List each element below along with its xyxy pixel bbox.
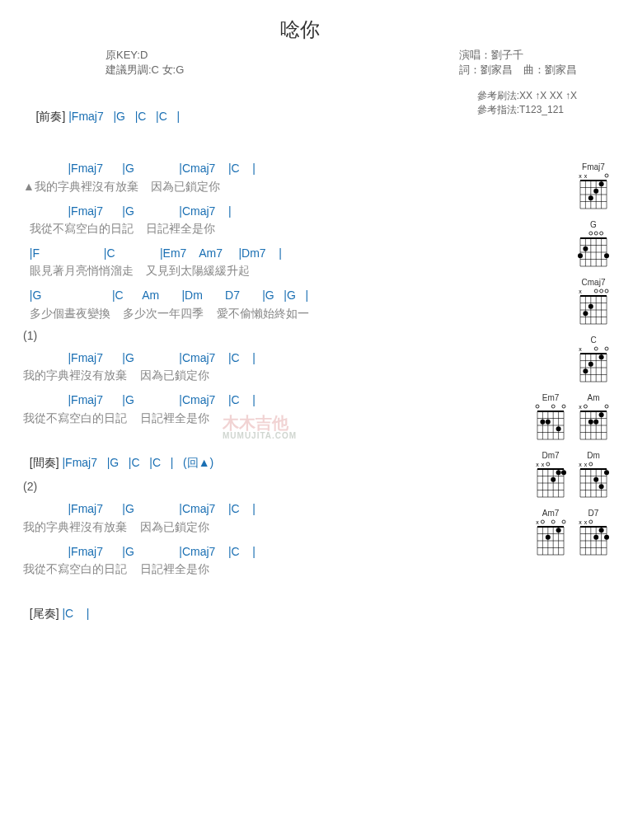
svg-point-69: [583, 368, 588, 373]
svg-point-34: [583, 246, 588, 251]
svg-point-160: [546, 535, 551, 540]
section-marker-1: (1): [23, 329, 511, 342]
lyric-line: 我的字典裡沒有放棄 因為已鎖定你: [23, 519, 511, 536]
svg-point-18: [589, 232, 593, 235]
credits-line: 詞：劉家昌 曲：劉家昌: [459, 63, 577, 77]
svg-point-70: [588, 362, 593, 367]
lyric-line: ▲我的字典裡沒有放棄 因為已鎖定你: [23, 178, 511, 195]
chord-diagram-cmaj7: Cmaj7x: [577, 278, 610, 327]
chord-diagram-dm7: Dm7xx: [534, 451, 567, 500]
lyric-line: 我的字典裡沒有放棄 因為已鎖定你: [23, 367, 511, 384]
song-title: 唸你: [0, 16, 610, 43]
chord-diagram-am7: Am7x: [534, 509, 567, 558]
svg-point-128: [589, 462, 593, 466]
svg-point-141: [593, 477, 598, 482]
singer-line: 演唱：劉子千: [459, 48, 577, 63]
lyric-line: 我從不寫空白的日記 日記裡全是你: [23, 561, 511, 578]
lyric-line: 眼見著月亮悄悄溜走 又見到太陽緩緩升起: [23, 262, 511, 279]
svg-point-52: [583, 311, 588, 316]
outro-tag: [尾奏]: [30, 607, 59, 620]
svg-text:x: x: [579, 404, 582, 410]
svg-point-56: [605, 347, 608, 350]
svg-point-110: [546, 462, 550, 466]
svg-point-107: [599, 412, 604, 417]
svg-point-35: [604, 253, 609, 258]
svg-text:x: x: [584, 519, 588, 525]
svg-point-142: [599, 484, 604, 489]
svg-point-38: [600, 289, 603, 293]
svg-point-37: [594, 289, 598, 293]
svg-point-72: [536, 405, 539, 408]
svg-text:x: x: [579, 173, 582, 179]
svg-point-89: [556, 426, 561, 431]
svg-point-92: [605, 405, 608, 408]
svg-point-146: [551, 520, 555, 523]
chord-diagram-em7: Em7: [534, 393, 567, 443]
svg-point-105: [588, 420, 593, 425]
svg-point-55: [594, 347, 598, 350]
svg-text:x: x: [542, 462, 545, 467]
chord-diagram-dm: Dmxx: [577, 451, 610, 500]
svg-point-39: [605, 289, 608, 293]
interlude-tag: [間奏]: [30, 456, 59, 469]
svg-point-87: [540, 420, 545, 425]
lyric-line: 我從不寫空白的日記 日記裡全是你: [23, 220, 511, 237]
section-marker-2: (2): [23, 480, 511, 493]
chord-diagram-fmaj7: Fmaj7xx: [577, 162, 610, 212]
chord-diagram-c: Cx: [577, 336, 610, 385]
chord-diagrams: Fmaj7xxGCmaj7xCxEm7AmxDm7xxDmxxAm7xD7xx: [511, 162, 610, 566]
svg-point-177: [593, 535, 598, 540]
svg-point-20: [600, 232, 603, 235]
chord-diagram-am: Amx: [577, 393, 610, 443]
svg-point-125: [561, 470, 566, 475]
svg-point-16: [593, 189, 598, 194]
svg-point-33: [578, 253, 583, 258]
header-meta: 原KEY:D 建議男調:C 女:G 演唱：劉子千 詞：劉家昌 曲：劉家昌: [23, 48, 610, 77]
original-key: 原KEY:D: [106, 48, 184, 63]
intro-line: [前奏] |Fmaj7 |G |C |C |: [23, 89, 180, 144]
svg-point-15: [588, 195, 593, 200]
chord-diagram-d7: D7xx: [577, 509, 610, 558]
svg-point-53: [588, 304, 593, 309]
lyric-line: 多少個晝夜變換 多少次一年四季 愛不偷懶始終如一: [23, 305, 511, 322]
svg-point-19: [594, 232, 598, 235]
svg-point-179: [604, 535, 609, 540]
suggested-key: 建議男調:C 女:G: [106, 63, 184, 77]
lyric-line: 我從不寫空白的日記 日記裡全是你: [23, 410, 511, 427]
svg-text:x: x: [584, 173, 588, 179]
svg-point-178: [599, 528, 604, 533]
chord-sheet: |Fmaj7 |G |Cmaj7 |C | ▲我的字典裡沒有放棄 因為已鎖定你 …: [23, 159, 511, 623]
svg-point-123: [551, 477, 556, 482]
svg-point-71: [599, 354, 604, 359]
svg-point-124: [556, 470, 561, 475]
svg-point-74: [562, 405, 565, 408]
reference-patterns: 參考刷法:XX ↑X XX ↑X 參考指法:T123_121: [477, 89, 610, 144]
svg-text:x: x: [536, 462, 539, 467]
svg-text:x: x: [579, 519, 582, 525]
chord-diagram-g: G: [577, 220, 610, 270]
svg-point-147: [562, 520, 565, 523]
svg-point-2: [605, 174, 608, 177]
svg-point-145: [541, 520, 544, 523]
svg-text:x: x: [584, 462, 588, 467]
svg-text:x: x: [579, 462, 582, 467]
svg-point-88: [546, 420, 551, 425]
svg-point-143: [604, 470, 609, 475]
svg-text:x: x: [579, 289, 582, 294]
svg-point-73: [551, 405, 555, 408]
svg-point-17: [599, 181, 604, 186]
svg-text:x: x: [579, 346, 582, 352]
svg-point-106: [593, 420, 598, 425]
svg-point-91: [584, 405, 587, 408]
svg-point-164: [589, 520, 593, 523]
svg-text:x: x: [536, 519, 539, 525]
svg-point-161: [556, 528, 561, 533]
